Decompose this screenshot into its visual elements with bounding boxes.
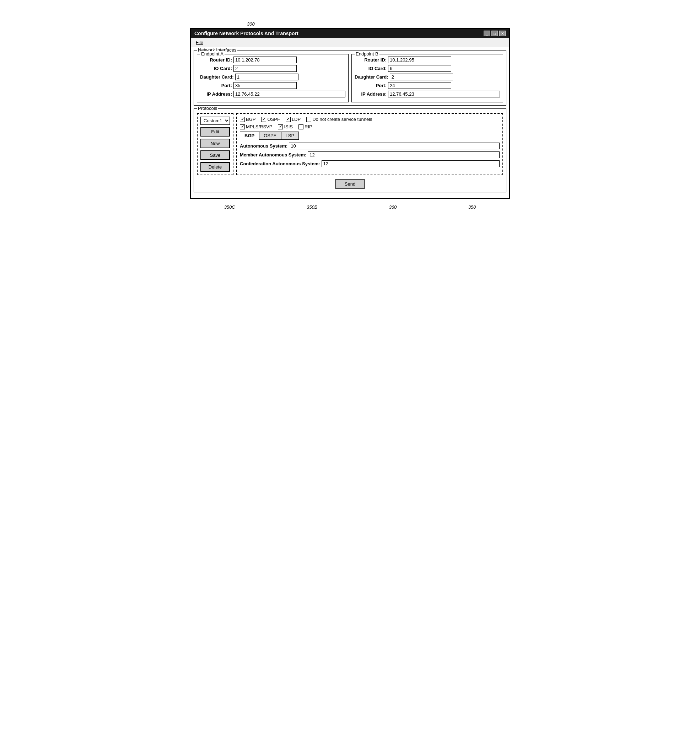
member-as-label: Member Autonomous System: xyxy=(240,152,306,157)
protocols-right-panel: BGP OSPF LDP xyxy=(236,113,503,175)
endpoint-b-daughter-label: Daughter Card: xyxy=(354,74,388,80)
bgp-checkbox[interactable] xyxy=(240,117,245,122)
isis-checkbox-item: ISIS xyxy=(278,124,293,129)
endpoint-b-port-label: Port: xyxy=(354,83,387,88)
endpoint-b-port-input[interactable] xyxy=(388,82,451,89)
autonomous-system-label: Autonomous System: xyxy=(240,143,287,148)
bgp-checkbox-label: BGP xyxy=(246,117,255,122)
bgp-fields: Autonomous System: Member Autonomous Sys… xyxy=(240,142,499,167)
endpoint-b-ip-label: IP Address: xyxy=(354,91,387,97)
member-as-row: Member Autonomous System: xyxy=(240,151,499,158)
endpoint-b-router-id-input[interactable] xyxy=(388,57,451,63)
endpoint-a-label: Endpoint A xyxy=(200,51,224,57)
window-titlebar: Configure Network Protocols And Transpor… xyxy=(191,29,509,38)
isis-checkbox[interactable] xyxy=(278,125,283,129)
rip-checkbox-item: RIP xyxy=(299,124,312,129)
protocols-label: Protocols xyxy=(197,106,218,111)
autonomous-system-input[interactable] xyxy=(289,142,499,149)
endpoint-a-ip-label: IP Address: xyxy=(200,91,232,97)
endpoint-b-daughter-input[interactable] xyxy=(390,73,453,80)
confederation-as-input[interactable] xyxy=(322,160,499,167)
endpoint-a-box: Endpoint A Router ID: IO Card: Daughter xyxy=(197,54,349,103)
delete-button[interactable]: Delete xyxy=(201,162,230,172)
custom-dropdown[interactable]: Custom1 xyxy=(201,117,230,125)
protocols-inner: Custom1 Edit New Save Delete xyxy=(197,113,503,175)
window-title: Configure Network Protocols And Transpor… xyxy=(194,31,299,36)
endpoint-a-ip-input[interactable] xyxy=(233,91,346,97)
maximize-button[interactable]: □ xyxy=(491,31,498,36)
no-tunnels-checkbox-item: Do not create service tunnels xyxy=(306,117,372,122)
mpls-checkbox-label: MPLS/RSVP xyxy=(246,124,272,129)
ref-350c: 350C xyxy=(224,204,235,210)
no-tunnels-checkbox[interactable] xyxy=(306,117,311,122)
page-container: 300 Configure Network Protocols And Tran… xyxy=(190,21,510,210)
endpoint-a-port-input[interactable] xyxy=(233,82,297,89)
edit-button[interactable]: Edit xyxy=(201,127,230,137)
endpoint-b-label: Endpoint B xyxy=(354,51,379,57)
endpoint-b-router-row: Router ID: xyxy=(354,57,500,63)
ldp-checkbox[interactable] xyxy=(286,117,291,122)
ref-350: 350 xyxy=(468,204,476,210)
rip-checkbox[interactable] xyxy=(299,125,303,129)
new-button[interactable]: New xyxy=(201,139,230,148)
ref-300: 300 xyxy=(190,21,510,26)
endpoint-a-port-label: Port: xyxy=(200,83,232,88)
endpoint-a-daughter-input[interactable] xyxy=(235,73,299,80)
minimize-button[interactable]: _ xyxy=(483,31,490,36)
main-window: Configure Network Protocols And Transpor… xyxy=(190,28,510,199)
ref-360: 360 xyxy=(389,204,397,210)
endpoint-a-io-label: IO Card: xyxy=(200,66,232,71)
file-menu[interactable]: File xyxy=(194,39,205,46)
confederation-as-row: Confederation Autonomous System: xyxy=(240,160,499,167)
endpoint-b-ip-input[interactable] xyxy=(388,91,500,97)
network-interfaces-group: Network Interfaces Endpoint A Router ID:… xyxy=(194,50,506,106)
protocols-group: Protocols Custom1 Edit New Save xyxy=(194,109,506,192)
checkboxes-row-1: BGP OSPF LDP xyxy=(240,117,499,122)
endpoint-b-ip-row: IP Address: xyxy=(354,91,500,97)
ospf-checkbox[interactable] xyxy=(261,117,266,122)
endpoint-b-io-row: IO Card: xyxy=(354,65,500,72)
ref-350b: 350B xyxy=(307,204,317,210)
save-button[interactable]: Save xyxy=(201,150,230,160)
endpoint-b-box: Endpoint B Router ID: IO Card: Daughter xyxy=(351,54,503,103)
ldp-checkbox-item: LDP xyxy=(286,117,300,122)
tab-lsp[interactable]: LSP xyxy=(281,132,299,140)
isis-checkbox-label: ISIS xyxy=(284,124,293,129)
endpoints-row: Endpoint A Router ID: IO Card: Daughter xyxy=(197,54,503,103)
send-button[interactable]: Send xyxy=(335,179,365,189)
endpoint-b-io-input[interactable] xyxy=(388,65,451,72)
bgp-checkbox-item: BGP xyxy=(240,117,255,122)
endpoint-b-daughter-row: Daughter Card: xyxy=(354,73,500,80)
custom-dropdown-row: Custom1 xyxy=(201,117,230,125)
endpoint-a-ip-row: IP Address: xyxy=(200,91,346,97)
reference-annotations: 350C 350B 360 350 xyxy=(190,204,510,210)
window-controls: _ □ ✕ xyxy=(483,31,506,36)
protocol-tabs: BGP OSPF LSP xyxy=(240,132,499,140)
endpoint-b-router-id-label: Router ID: xyxy=(354,57,387,63)
endpoint-a-daughter-label: Daughter Card: xyxy=(200,74,234,80)
mpls-checkbox[interactable] xyxy=(240,125,245,129)
rip-checkbox-label: RIP xyxy=(305,124,312,129)
member-as-input[interactable] xyxy=(308,151,499,158)
endpoint-a-io-input[interactable] xyxy=(233,65,297,72)
tab-ospf[interactable]: OSPF xyxy=(259,132,281,140)
ospf-checkbox-item: OSPF xyxy=(261,117,280,122)
menu-bar: File xyxy=(191,38,509,47)
endpoint-a-router-row: Router ID: xyxy=(200,57,346,63)
mpls-checkbox-item: MPLS/RSVP xyxy=(240,124,272,129)
endpoint-a-daughter-row: Daughter Card: xyxy=(200,73,346,80)
send-row: Send xyxy=(197,179,503,189)
ldp-checkbox-label: LDP xyxy=(292,117,300,122)
endpoint-b-io-label: IO Card: xyxy=(354,66,387,71)
endpoint-a-router-id-input[interactable] xyxy=(233,57,297,63)
endpoint-a-router-id-label: Router ID: xyxy=(200,57,232,63)
window-frame: Configure Network Protocols And Transpor… xyxy=(190,28,510,199)
checkboxes-row-2: MPLS/RSVP ISIS RIP xyxy=(240,124,499,129)
endpoint-a-io-row: IO Card: xyxy=(200,65,346,72)
ospf-checkbox-label: OSPF xyxy=(267,117,280,122)
close-button[interactable]: ✕ xyxy=(499,31,506,36)
protocols-left-panel: Custom1 Edit New Save Delete xyxy=(197,113,233,175)
autonomous-system-row: Autonomous System: xyxy=(240,142,499,149)
tab-bgp[interactable]: BGP xyxy=(240,132,259,140)
no-tunnels-label: Do not create service tunnels xyxy=(312,117,372,122)
